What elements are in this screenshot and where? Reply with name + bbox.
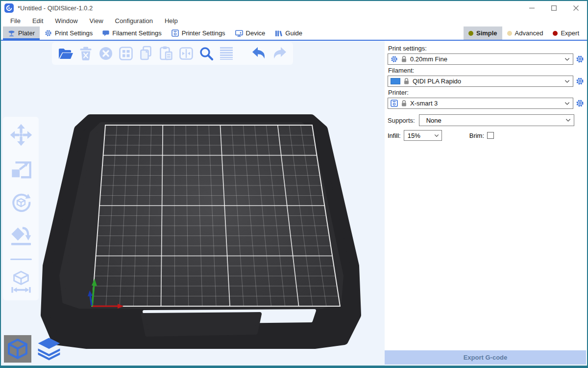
brim-label: Brim: <box>469 132 484 139</box>
infill-label: Infill: <box>388 132 401 139</box>
maximize-button[interactable] <box>543 1 565 15</box>
advanced-mode-dot-icon <box>507 31 512 36</box>
mode-expert[interactable]: Expert <box>548 26 584 40</box>
delete-all-button[interactable] <box>97 44 115 63</box>
undo-button[interactable] <box>250 44 268 63</box>
tab-device[interactable]: Device <box>230 26 270 40</box>
top-toolbar <box>52 42 293 65</box>
printer-combo[interactable]: X-smart 3 <box>388 98 573 109</box>
tab-filament-settings[interactable]: Filament Settings <box>98 26 166 40</box>
filament-combo[interactable]: QIDI PLA Rapido <box>388 76 573 87</box>
arrange-button[interactable] <box>117 44 135 63</box>
infill-combo[interactable]: 15% <box>404 130 442 141</box>
title-bar: *Untitled - QIDISlicer-1.0.2 <box>1 1 587 15</box>
device-monitor-icon <box>235 30 243 37</box>
supports-value: None <box>426 117 565 124</box>
chevron-down-icon <box>564 79 570 83</box>
brim-checkbox[interactable] <box>487 132 494 139</box>
tab-bar: Plater Print Settings Filament Settings … <box>1 26 587 41</box>
3d-editor-view-button[interactable] <box>4 335 31 363</box>
copy-button[interactable] <box>137 44 155 63</box>
gear-icon <box>391 55 398 63</box>
printer-label: Printer: <box>388 89 585 96</box>
edit-filament-button[interactable] <box>574 77 585 85</box>
filament-label: Filament: <box>388 67 585 74</box>
menu-item-window[interactable]: Window <box>49 16 83 26</box>
minimize-button[interactable] <box>521 1 543 15</box>
3d-viewport[interactable] <box>1 41 385 366</box>
left-toolbar <box>3 117 39 300</box>
menu-item-configuration[interactable]: Configuration <box>110 16 158 26</box>
move-tool-button[interactable] <box>9 123 33 147</box>
menu-bar: File Edit Window View Configuration Help <box>1 15 587 26</box>
edit-printer-button[interactable] <box>574 99 585 107</box>
tab-guide[interactable]: Guide <box>270 26 307 40</box>
app-window: *Untitled - QIDISlicer-1.0.2 File Edit W… <box>0 0 588 368</box>
close-button[interactable] <box>565 1 587 15</box>
scale-tool-button[interactable] <box>9 157 33 181</box>
menu-item-edit[interactable]: Edit <box>27 16 49 26</box>
delete-button[interactable] <box>77 44 95 63</box>
chevron-down-icon <box>564 102 570 105</box>
tab-print-settings[interactable]: Print Settings <box>40 26 98 40</box>
filament-color-swatch <box>391 78 400 84</box>
tab-label: Plater <box>18 29 35 37</box>
supports-combo[interactable]: None <box>419 114 574 126</box>
plater-icon <box>8 30 15 37</box>
mode-simple[interactable]: Simple <box>464 26 502 40</box>
tab-label: Guide <box>285 29 302 37</box>
printer-icon <box>391 100 398 107</box>
app-logo-icon <box>4 3 14 13</box>
split-button[interactable] <box>177 44 195 63</box>
gear-icon <box>45 29 52 37</box>
chevron-down-icon <box>434 134 439 137</box>
tab-label: Print Settings <box>55 29 93 37</box>
guide-books-icon <box>275 30 282 37</box>
print-settings-label: Print settings: <box>388 45 585 52</box>
menu-item-file[interactable]: File <box>5 16 26 26</box>
lock-icon <box>401 55 407 63</box>
bed-handle-grip <box>143 314 260 335</box>
print-settings-combo[interactable]: 0.20mm Fine <box>388 53 573 65</box>
print-bed <box>1 41 385 366</box>
infill-value: 15% <box>408 132 434 139</box>
menu-item-help[interactable]: Help <box>159 16 183 26</box>
variable-layer-height-button[interactable] <box>218 44 235 63</box>
preview-layers-view-button[interactable] <box>35 335 63 363</box>
tab-label: Printer Settings <box>182 29 225 37</box>
edit-print-settings-button[interactable] <box>574 55 585 63</box>
chevron-down-icon <box>565 118 571 122</box>
expert-mode-dot-icon <box>553 31 558 36</box>
mode-switcher: Simple Advanced Expert <box>464 26 587 40</box>
search-button[interactable] <box>197 44 215 63</box>
print-settings-value: 0.20mm Fine <box>410 55 562 63</box>
redo-button[interactable] <box>270 44 288 63</box>
tab-label: Device <box>246 29 266 37</box>
tab-label: Filament Settings <box>112 29 161 37</box>
rotate-tool-button[interactable] <box>9 191 33 214</box>
settings-panel: Print settings: 0.20mm Fine <box>385 41 587 366</box>
export-gcode-button[interactable]: Export G-code <box>385 350 586 365</box>
lock-icon <box>403 78 410 85</box>
filament-icon <box>102 30 109 37</box>
chevron-down-icon <box>564 57 570 61</box>
measure-tool-button[interactable] <box>9 270 33 294</box>
lock-icon <box>401 100 407 107</box>
printer-icon <box>172 29 179 37</box>
printer-value: X-smart 3 <box>410 100 562 107</box>
place-on-face-tool-button[interactable] <box>9 225 33 248</box>
toolbar-divider <box>10 259 32 260</box>
filament-value: QIDI PLA Rapido <box>413 78 562 85</box>
supports-label: Supports: <box>388 117 415 124</box>
window-title: *Untitled - QIDISlicer-1.0.2 <box>18 4 93 12</box>
tab-printer-settings[interactable]: Printer Settings <box>167 26 230 40</box>
tab-plater[interactable]: Plater <box>3 26 40 40</box>
view-toggles <box>4 335 63 363</box>
paste-button[interactable] <box>157 44 175 63</box>
simple-mode-dot-icon <box>468 31 473 36</box>
open-file-button[interactable] <box>57 44 74 63</box>
mode-advanced[interactable]: Advanced <box>502 26 548 40</box>
menu-item-view[interactable]: View <box>84 16 109 26</box>
